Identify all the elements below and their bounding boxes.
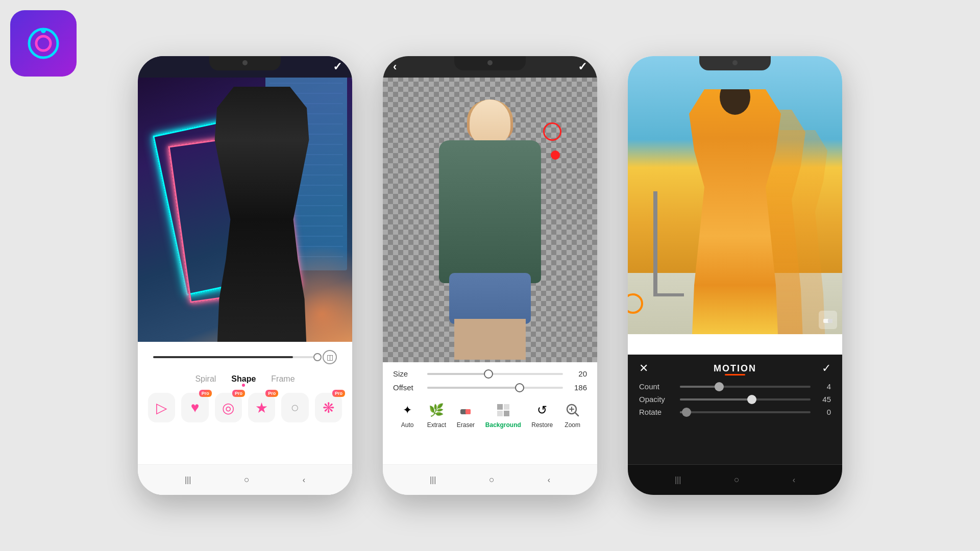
tools-row: ✦ Auto 🌿 Extract Eraser: [393, 397, 587, 431]
phone2-nav-back[interactable]: ‹: [548, 475, 550, 485]
phone3-nav-lines[interactable]: |||: [675, 475, 681, 485]
zoom-label: Zoom: [565, 421, 580, 429]
shape-flower[interactable]: ❋ Pro: [315, 393, 342, 422]
rotate-slider[interactable]: [680, 411, 811, 413]
tool-auto[interactable]: ✦ Auto: [398, 401, 416, 429]
phone1-slider-thumb[interactable]: [313, 353, 322, 361]
offset-slider[interactable]: [427, 387, 563, 389]
zoom-icon: [564, 401, 582, 419]
woman-figure-1: [206, 87, 318, 352]
phone3-nav: ||| ○ ‹: [628, 464, 842, 495]
shape-triangle[interactable]: ▷: [148, 393, 175, 422]
red-circle-indicator: [543, 122, 561, 141]
opacity-value: 45: [816, 395, 831, 404]
extract-icon: 🌿: [427, 401, 446, 419]
shape-circle-outline[interactable]: ◎ Pro: [215, 393, 242, 422]
pro-badge-circle: Pro: [232, 390, 245, 397]
rotate-thumb[interactable]: [682, 408, 691, 417]
phone-3: ✕ MOTION ✓ Count 4 Opacity 4: [628, 56, 842, 495]
rotate-label: Rotate: [639, 408, 675, 416]
opacity-label: Opacity: [639, 395, 675, 404]
svg-rect-6: [504, 404, 509, 410]
phone2-nav-home[interactable]: ○: [489, 474, 495, 485]
phone1-eraser-icon[interactable]: ◫: [323, 350, 337, 364]
hoop-pole: [653, 191, 657, 293]
auto-label: Auto: [401, 421, 414, 429]
phone1-image-area: [138, 56, 352, 352]
phone3-nav-back[interactable]: ‹: [793, 475, 795, 485]
phone1-tabs: Spiral Shape Frame: [148, 372, 342, 386]
size-thumb[interactable]: [484, 369, 493, 379]
count-thumb[interactable]: [715, 382, 724, 391]
opacity-slider[interactable]: [680, 398, 811, 400]
tab-shape[interactable]: Shape: [231, 372, 256, 386]
svg-rect-7: [497, 411, 503, 416]
tab-spiral[interactable]: Spiral: [195, 372, 216, 386]
svg-rect-14: [828, 319, 832, 323]
phone1-nav-back[interactable]: ‹: [303, 475, 305, 485]
count-slider[interactable]: [680, 386, 811, 388]
phone2-nav-lines[interactable]: |||: [430, 475, 436, 485]
pro-badge-star: Pro: [265, 390, 278, 397]
phone2-back[interactable]: ‹: [393, 60, 397, 73]
shape-ring[interactable]: ○: [281, 393, 308, 422]
offset-value: 186: [569, 383, 587, 392]
woman2-area: [403, 77, 577, 360]
size-fill: [427, 373, 488, 375]
rotate-row: Rotate 0: [639, 408, 831, 416]
shapes-row: ▷ ♥ Pro ◎ Pro ★ Pro ○: [148, 393, 342, 422]
svg-point-2: [41, 28, 46, 33]
tool-zoom[interactable]: Zoom: [564, 401, 582, 429]
background-icon: [494, 401, 512, 419]
phone1-nav-home[interactable]: ○: [244, 474, 250, 485]
eraser-icon-overlay[interactable]: [819, 311, 837, 329]
size-slider[interactable]: [427, 373, 563, 375]
phone2-notch: [454, 56, 526, 70]
count-fill: [680, 386, 719, 388]
pro-badge-heart: Pro: [199, 390, 212, 397]
offset-thumb[interactable]: [515, 383, 524, 392]
tool-eraser[interactable]: Eraser: [456, 401, 475, 429]
woman2-figure: [424, 99, 556, 360]
eraser-icon: [456, 401, 475, 419]
phone3-notch: [699, 56, 771, 70]
phone1-slider-track[interactable]: [153, 356, 317, 358]
pro-badge-flower: Pro: [332, 390, 345, 397]
phone3-nav-home[interactable]: ○: [734, 474, 740, 485]
phone1-nav-lines[interactable]: |||: [185, 475, 191, 485]
size-value: 20: [569, 369, 587, 378]
phone-1: ✓ ◫: [138, 56, 352, 495]
count-row: Count 4: [639, 382, 831, 391]
tool-background[interactable]: Background: [485, 401, 521, 429]
phone2-controls-panel: Size 20 Offset 186 ✦: [383, 362, 597, 464]
offset-label: Offset: [393, 383, 421, 392]
svg-rect-5: [497, 404, 503, 410]
offset-control-row: Offset 186: [393, 383, 587, 392]
shape-heart[interactable]: ♥ Pro: [181, 393, 208, 422]
size-label: Size: [393, 369, 421, 378]
phone2-nav: ||| ○ ‹: [383, 464, 597, 495]
count-label: Count: [639, 382, 675, 391]
svg-rect-4: [465, 409, 471, 414]
app-icon[interactable]: [10, 10, 77, 77]
opacity-thumb[interactable]: [747, 395, 756, 404]
phone1-slider-fill: [153, 356, 293, 358]
opacity-row: Opacity 45: [639, 395, 831, 404]
shape-star[interactable]: ★ Pro: [248, 393, 275, 422]
tab-frame[interactable]: Frame: [271, 372, 295, 386]
svg-point-0: [29, 29, 58, 58]
tool-extract[interactable]: 🌿 Extract: [427, 401, 446, 429]
size-control-row: Size 20: [393, 369, 587, 378]
svg-line-10: [575, 413, 578, 416]
phone-2: ‹ ✓: [383, 56, 597, 495]
tool-restore[interactable]: ↺ Restore: [531, 401, 553, 429]
rotate-value: 0: [816, 408, 831, 416]
panel-title: MOTION: [648, 363, 822, 374]
phone3-image-area: [628, 56, 842, 334]
phone2-check[interactable]: ✓: [578, 60, 587, 73]
panel-close-icon[interactable]: ✕: [639, 362, 648, 375]
phone3-panel: ✕ MOTION ✓ Count 4 Opacity 4: [628, 355, 842, 464]
panel-check-icon[interactable]: ✓: [822, 362, 831, 375]
phone1-check[interactable]: ✓: [333, 60, 342, 73]
phone1-slider-container: ◫: [148, 350, 342, 364]
